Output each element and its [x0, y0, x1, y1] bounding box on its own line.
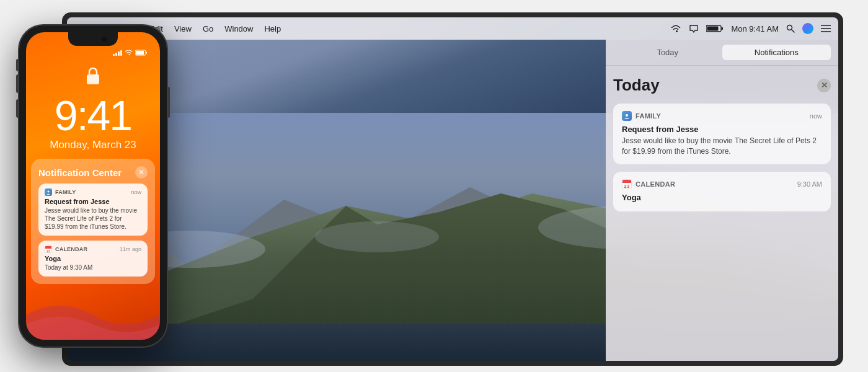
iphone-family-app-label: FAMILY — [55, 189, 76, 195]
iphone-frame: 9:41 Monday, March 23 Notification Cente… — [19, 25, 167, 347]
family-app-icon — [622, 111, 632, 121]
scene:  Finder File Edit View Go Window Help — [0, 0, 868, 372]
mac-frame:  Finder File Edit View Go Window Help — [62, 12, 843, 366]
svg-rect-10 — [707, 27, 719, 31]
iphone-family-app: FAMILY — [45, 188, 76, 196]
svg-line-12 — [792, 30, 794, 32]
calendar-app-icon: 23 — [622, 179, 632, 189]
iphone-family-notif-body: Jesse would like to buy the movie The Se… — [45, 206, 141, 231]
siri-icon[interactable] — [802, 23, 813, 34]
lock-icon — [84, 66, 102, 89]
svg-rect-18 — [146, 52, 148, 54]
nc-calendar-app-label: CALENDAR — [636, 180, 675, 188]
nc-calendar-title: Yoga — [622, 193, 822, 202]
nc-family-app-label: FAMILY — [636, 112, 661, 120]
iphone-status-icons — [113, 50, 148, 56]
menu-window[interactable]: Window — [224, 24, 253, 33]
nc-card-header-calendar: 23 CALENDAR 9:30 AM — [622, 179, 822, 189]
iphone-clock-area: 9:41 Monday, March 23 — [26, 60, 160, 151]
iphone-nc-title: Notification Center ✕ — [38, 166, 148, 179]
iphone-calendar-icon: 23 — [45, 246, 52, 253]
svg-point-21 — [48, 191, 50, 193]
svg-point-16 — [626, 114, 628, 117]
signal-bar-1 — [113, 54, 115, 56]
iphone-calendar-app: 23 CALENDAR — [45, 246, 87, 253]
nc-section-title: Today ✕ — [613, 76, 831, 95]
iphone-clock: 9:41 — [55, 94, 131, 136]
signal-bar-4 — [120, 50, 122, 56]
iphone-family-notification: FAMILY now Request from Jesse Jesse woul… — [38, 184, 148, 236]
iphone-family-header: FAMILY now — [45, 188, 141, 196]
notification-panel: Today Notifications Today ✕ — [606, 40, 838, 361]
iphone-calendar-notif-title: Yoga — [45, 255, 141, 262]
nc-tab-notifications[interactable]: Notifications — [722, 45, 831, 60]
nc-calendar-card: 23 CALENDAR 9:30 AM Yoga — [613, 172, 831, 211]
iphone-battery-icon — [135, 50, 148, 56]
nc-content: Today ✕ — [606, 66, 838, 361]
nc-calendar-time: 9:30 AM — [797, 180, 822, 188]
signal-bars-icon — [113, 50, 122, 56]
nc-app-calendar: 23 CALENDAR — [622, 179, 675, 189]
iphone-screen: 9:41 Monday, March 23 Notification Cente… — [26, 32, 160, 340]
nc-family-card: FAMILY now Request from Jesse Jesse woul… — [613, 104, 831, 164]
menubar-time: Mon 9:41 AM — [731, 24, 779, 33]
iphone-family-notif-title: Request from Jesse — [45, 198, 141, 205]
nc-tab-today[interactable]: Today — [613, 45, 722, 60]
iphone-calendar-notification: 23 CALENDAR 11m ago Yoga Today at 9:30 A… — [38, 241, 148, 277]
nc-card-header-family: FAMILY now — [622, 111, 822, 121]
iphone-mute-switch — [16, 59, 19, 71]
iphone-wave-decoration — [26, 290, 160, 340]
iphone-notch — [68, 32, 118, 46]
iphone-family-time: now — [131, 189, 141, 195]
wifi-icon — [670, 24, 681, 33]
search-icon[interactable] — [786, 24, 795, 33]
svg-point-6 — [315, 221, 439, 252]
iphone-power-button — [167, 87, 170, 118]
signal-bar-2 — [115, 53, 117, 56]
mac-screen:  Finder File Edit View Go Window Help — [67, 17, 838, 361]
nc-tabs: Today Notifications — [606, 40, 838, 66]
menubar:  Finder File Edit View Go Window Help — [67, 17, 838, 40]
nc-family-title: Request from Jesse — [622, 125, 822, 134]
menu-go[interactable]: Go — [203, 24, 213, 33]
iphone-calendar-notif-body: Today at 9:30 AM — [45, 264, 141, 272]
iphone-volume-up — [16, 74, 19, 93]
iphone: 9:41 Monday, March 23 Notification Cente… — [19, 25, 167, 347]
menu-help[interactable]: Help — [264, 24, 281, 33]
iphone-camera-icon — [102, 37, 107, 42]
iphone-family-icon — [45, 188, 52, 196]
svg-rect-19 — [136, 51, 144, 55]
iphone-volume-down — [16, 99, 19, 118]
battery-icon — [706, 24, 724, 33]
iphone-calendar-app-label: CALENDAR — [55, 246, 87, 252]
mac-laptop:  Finder File Edit View Go Window Help — [62, 12, 843, 372]
svg-rect-20 — [87, 74, 99, 84]
control-center-icon[interactable] — [821, 24, 831, 33]
menubar-right: Mon 9:41 AM — [670, 23, 831, 34]
iphone-date: Monday, March 23 — [50, 139, 136, 151]
signal-bar-3 — [118, 51, 120, 56]
airplay-icon — [689, 24, 699, 33]
nc-app-family: FAMILY — [622, 111, 661, 121]
nc-today-label: Today — [613, 76, 660, 95]
nc-close-button[interactable]: ✕ — [817, 79, 831, 92]
nc-family-body: Jesse would like to buy the movie The Se… — [622, 136, 822, 157]
iphone-wifi-icon — [125, 50, 133, 56]
iphone-nc-label: Notification Center — [38, 167, 122, 178]
nc-family-time: now — [810, 112, 822, 120]
iphone-cal-header: 23 CALENDAR 11m ago — [45, 246, 141, 253]
svg-rect-9 — [722, 27, 724, 30]
menu-view[interactable]: View — [174, 24, 192, 33]
iphone-calendar-time: 11m ago — [120, 246, 141, 252]
iphone-nc-close-button[interactable]: ✕ — [135, 166, 148, 179]
svg-point-11 — [787, 25, 792, 30]
iphone-notification-center: Notification Center ✕ FAMILY — [31, 159, 155, 284]
